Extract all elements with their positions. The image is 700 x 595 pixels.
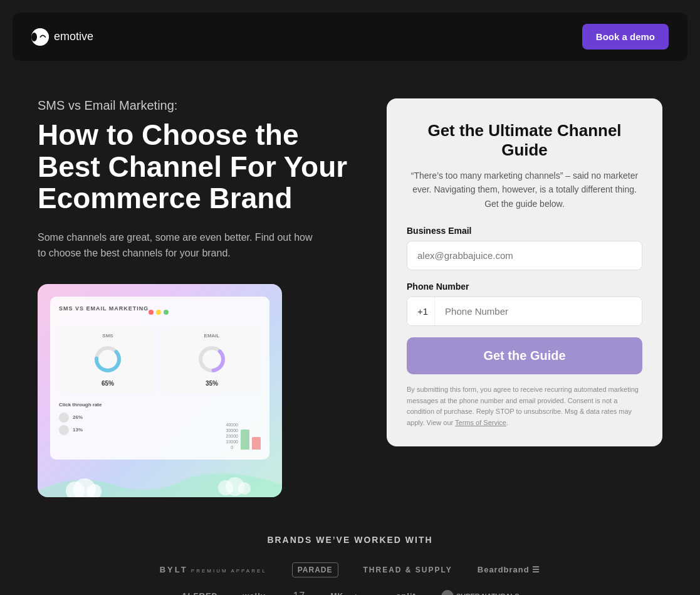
disclaimer-text: By submitting this form, you agree to re… — [407, 384, 642, 428]
sms-pct: 65% — [65, 380, 150, 387]
bar-email — [252, 437, 261, 450]
preview-email-col: EMAIL 35% — [163, 327, 261, 393]
preview-row-2: 13% — [59, 425, 220, 435]
phone-group: Phone Number +1 — [407, 282, 642, 326]
preview-row-1: 26% — [59, 413, 220, 423]
submit-button[interactable]: Get the Guide — [407, 337, 642, 374]
phone-input[interactable] — [435, 297, 642, 325]
tos-link[interactable]: Terms of Service — [455, 419, 506, 426]
row1-icon — [59, 413, 69, 423]
sms-label: SMS — [65, 333, 150, 339]
preview-inner: SMS VS EMAIL MARKETING SMS 65% — [50, 297, 269, 460]
brand-bylt: BYLT PREMIUM APPAREL — [160, 565, 267, 574]
hero-title: How to Choose the Best Channel For Your … — [38, 119, 349, 214]
dot-yellow — [156, 310, 161, 315]
dot-red — [149, 310, 154, 315]
phone-prefix: +1 — [407, 297, 435, 325]
svg-point-10 — [238, 482, 251, 495]
email-label: EMAIL — [169, 333, 254, 339]
hero-description: Some channels are great, some are even b… — [38, 229, 313, 261]
form-description: “There’s too many marketing channels” – … — [407, 169, 642, 211]
brand-welly: welly. — [243, 591, 268, 595]
svg-point-0 — [37, 31, 49, 43]
brand-split: split — [396, 591, 416, 595]
ctr-label: Click through rate — [59, 402, 220, 408]
brand-mksock: MKsock co. — [330, 592, 371, 595]
decoration-mountains — [38, 466, 282, 497]
phone-label: Phone Number — [407, 282, 642, 292]
email-group: Business Email — [407, 226, 642, 270]
right-column: Get the Ultimate Channel Guide “There’s … — [387, 98, 662, 446]
brands-row-1: BYLT PREMIUM APPAREL PARADE THREAD & SUP… — [38, 562, 662, 577]
preview-rows: 26% 13% — [59, 413, 220, 435]
brand-17: 17 — [293, 591, 306, 595]
preview-header-label: SMS VS EMAIL MARKETING — [59, 305, 149, 312]
phone-input-wrapper: +1 — [407, 297, 642, 326]
preview-sms-col: SMS 65% — [59, 327, 157, 393]
book-demo-button[interactable]: Book a demo — [582, 24, 669, 50]
brands-title: BRANDS WE’VE WORKED WITH — [38, 535, 662, 545]
row1-pct: 26% — [73, 414, 83, 420]
header: emotive Book a demo — [13, 13, 687, 61]
hero-subtitle: SMS vs Email Marketing: — [38, 98, 349, 113]
preview-dots — [149, 310, 169, 315]
preview-card: SMS VS EMAIL MARKETING SMS 65% — [38, 284, 282, 497]
logo-icon — [31, 28, 49, 46]
brands-row-2: ALFRED welly. 17 MKsock co. split SUPER … — [38, 590, 662, 595]
brands-section: BRANDS WE’VE WORKED WITH BYLT PREMIUM AP… — [0, 522, 700, 595]
logo: emotive — [31, 28, 93, 46]
brand-super-naturals: SUPER NATURALS — [441, 590, 520, 595]
form-card: Get the Ultimate Channel Guide “There’s … — [387, 98, 662, 446]
logo-text: emotive — [54, 30, 93, 43]
email-label: Business Email — [407, 226, 642, 236]
brand-thread: THREAD & SUPPLY — [363, 566, 452, 574]
form-title: Get the Ultimate Channel Guide — [407, 121, 642, 160]
main-content: SMS vs Email Marketing: How to Choose th… — [0, 61, 700, 522]
brand-beardbrand: Beardbrand ☰ — [478, 565, 541, 574]
left-column: SMS vs Email Marketing: How to Choose th… — [38, 98, 349, 497]
email-pct: 35% — [169, 380, 254, 387]
row2-icon — [59, 425, 69, 435]
email-input[interactable] — [407, 241, 642, 270]
preview-columns: SMS 65% EMAIL 35% — [59, 327, 261, 393]
email-donut — [196, 344, 227, 375]
sms-donut — [92, 344, 123, 375]
bar-sms — [241, 429, 249, 450]
brand-alfred: ALFRED — [180, 591, 217, 595]
dot-green — [164, 310, 169, 315]
row2-pct: 13% — [73, 427, 83, 433]
brand-parade: PARADE — [292, 562, 338, 577]
